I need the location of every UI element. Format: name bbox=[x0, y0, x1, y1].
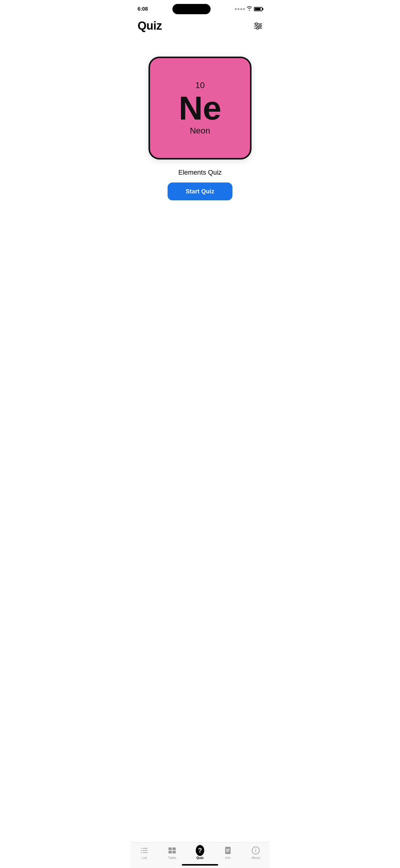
main-content: 10 Ne Neon Elements Quiz Start Quiz bbox=[130, 38, 270, 207]
status-icons bbox=[235, 6, 262, 12]
svg-point-5 bbox=[257, 27, 259, 29]
dynamic-island bbox=[172, 4, 210, 14]
svg-point-3 bbox=[255, 23, 258, 25]
element-number: 10 bbox=[195, 81, 204, 90]
status-bar: 6:08 bbox=[130, 0, 270, 17]
signal-icon bbox=[235, 8, 245, 10]
svg-point-4 bbox=[259, 25, 261, 27]
start-quiz-button[interactable]: Start Quiz bbox=[168, 183, 232, 200]
page-title: Quiz bbox=[138, 19, 162, 32]
filter-icon[interactable] bbox=[254, 22, 262, 31]
wifi-icon bbox=[247, 6, 252, 12]
element-card: 10 Ne Neon bbox=[148, 57, 252, 159]
battery-icon bbox=[254, 7, 262, 11]
quiz-label: Elements Quiz bbox=[178, 168, 222, 177]
element-symbol: Ne bbox=[179, 91, 222, 125]
header: Quiz bbox=[130, 17, 270, 38]
status-time: 6:08 bbox=[138, 6, 148, 12]
element-name: Neon bbox=[190, 126, 210, 135]
